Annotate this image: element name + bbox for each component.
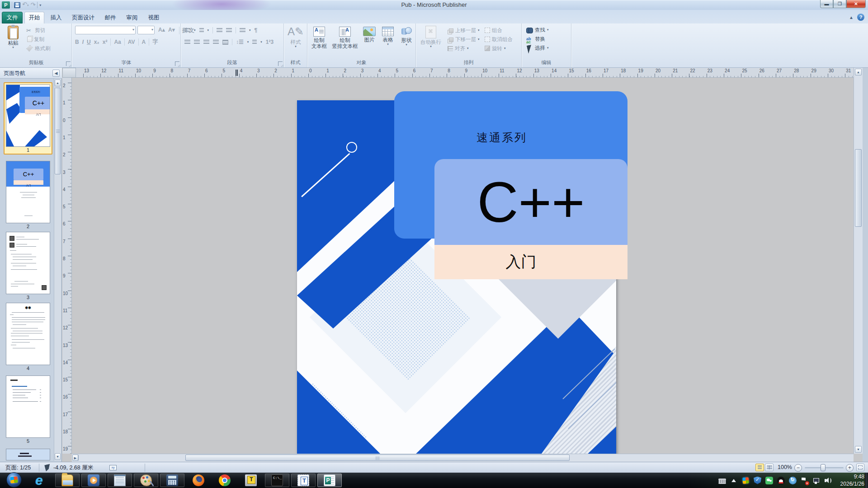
collapse-ribbon-icon[interactable]: ▲: [849, 15, 854, 20]
canvas-scroll-up-icon[interactable]: ▲: [855, 69, 862, 75]
taskbar-start-button[interactable]: [2, 474, 26, 487]
page-thumbnail-1[interactable]: 速通系列 C++ 入门 1: [4, 82, 52, 155]
ruler-origin-box[interactable]: [62, 68, 76, 78]
special-characters-icon[interactable]: ¶: [255, 27, 258, 33]
taskbar-wmp-icon[interactable]: [81, 474, 106, 487]
font-size-combo[interactable]: [137, 26, 155, 34]
character-spacing-icon[interactable]: AV: [128, 39, 135, 45]
grow-font-icon[interactable]: A▴: [158, 27, 165, 33]
close-button[interactable]: ✕: [846, 0, 866, 8]
tray-wechat-icon[interactable]: [765, 477, 773, 484]
help-icon[interactable]: ?: [857, 14, 864, 21]
page-thumbnail-5[interactable]: 5: [4, 374, 52, 445]
replace-button[interactable]: 替换: [526, 35, 545, 43]
tray-hidden-icon[interactable]: [730, 477, 738, 484]
tab-review[interactable]: 审阅: [122, 12, 142, 23]
superscript-icon[interactable]: x²: [103, 39, 108, 45]
horizontal-scrollbar[interactable]: ◀ ▶: [72, 454, 854, 462]
bring-forward-button[interactable]: 上移一层▾: [448, 26, 480, 34]
cover-title-text[interactable]: C++: [434, 159, 627, 245]
taskbar-firefox-icon[interactable]: [186, 474, 211, 487]
scroll-up-icon[interactable]: ▲: [55, 80, 61, 86]
restore-button[interactable]: ❐: [833, 0, 846, 8]
tray-shield-icon[interactable]: [754, 477, 761, 484]
clipboard-dialog-launcher[interactable]: [66, 61, 71, 66]
zoom-level[interactable]: 100%: [778, 464, 792, 470]
vertical-ruler[interactable]: 21012345678910111213141516171819: [62, 78, 72, 454]
tab-page-design[interactable]: 页面设计: [68, 12, 99, 23]
single-page-view-button[interactable]: [755, 464, 764, 471]
vertical-scrollbar[interactable]: ▲ ▼: [854, 68, 863, 454]
align-center-icon[interactable]: [194, 40, 200, 45]
ungroup-button[interactable]: 取消组合: [485, 35, 513, 43]
zoom-out-button[interactable]: −: [794, 464, 802, 472]
paste-button[interactable]: 粘贴 ▾: [3, 25, 24, 56]
tray-volume-icon[interactable]: [824, 477, 832, 484]
collapse-panel-icon[interactable]: ◀: [52, 70, 60, 77]
minimize-button[interactable]: ▬: [820, 0, 833, 8]
draw-text-box-button[interactable]: 绘制文本框: [308, 25, 330, 56]
taskbar-cmd-icon[interactable]: [265, 474, 289, 487]
italic-icon[interactable]: I: [82, 39, 84, 45]
find-button[interactable]: 查找▾: [526, 26, 549, 34]
cover-subtitle-text[interactable]: 入门: [425, 245, 618, 279]
page-indicator[interactable]: 页面: 1/25: [5, 464, 31, 472]
taskbar-chrome-icon[interactable]: [212, 474, 237, 487]
align-left-icon[interactable]: [184, 40, 190, 45]
tab-mailings[interactable]: 邮件: [100, 12, 120, 23]
rotate-button[interactable]: 旋转▾: [485, 44, 506, 52]
taskbar-paint-icon[interactable]: [134, 474, 158, 487]
tray-keyboard-icon[interactable]: [718, 479, 726, 484]
font-dialog-launcher[interactable]: [175, 61, 179, 66]
shading-icon[interactable]: [252, 40, 257, 45]
taskbar-ie-icon[interactable]: e: [29, 474, 53, 487]
numbering-icon[interactable]: [199, 28, 204, 33]
line-numbers-icon[interactable]: 1²3: [266, 39, 274, 45]
font-name-combo[interactable]: [75, 26, 136, 34]
line-spacing-icon[interactable]: ↕☰: [236, 39, 244, 45]
align-right-icon[interactable]: [203, 40, 209, 45]
document-canvas[interactable]: 速通系列 C++ 入门: [72, 78, 854, 454]
horizontal-scrollbar-thumb[interactable]: [185, 455, 570, 461]
taskbar-calc-icon[interactable]: [160, 474, 184, 487]
tab-file[interactable]: 文件: [2, 12, 23, 23]
justify-icon[interactable]: [213, 40, 219, 45]
tray-qq-icon[interactable]: [777, 477, 785, 484]
taskbar-notepad-icon[interactable]: [108, 474, 132, 487]
vertical-scrollbar-thumb[interactable]: [855, 149, 862, 227]
draw-vertical-text-box-button[interactable]: 绘制竖排文本框: [331, 25, 359, 56]
change-case-icon[interactable]: Aa: [114, 39, 121, 45]
taskbar-tyellow-icon[interactable]: [239, 474, 263, 487]
taskbar-publisher-icon[interactable]: [317, 474, 342, 487]
subscript-icon[interactable]: x₂: [94, 39, 99, 45]
tab-home[interactable]: 开始: [24, 12, 44, 23]
taskbar-clock[interactable]: 9:48 2026/1/26: [840, 473, 864, 488]
tab-insert[interactable]: 插入: [46, 12, 66, 23]
copy-button[interactable]: 复制: [26, 35, 44, 43]
send-backward-button[interactable]: 下移一层▾: [448, 35, 480, 43]
page-thumbnail-2[interactable]: C++ 入门 2: [4, 160, 52, 230]
fit-page-button[interactable]: [856, 464, 864, 471]
canvas-scroll-down-icon[interactable]: ▼: [855, 446, 862, 453]
page-thumbnail-4[interactable]: ✱✱ 4: [4, 301, 52, 372]
shrink-font-icon[interactable]: A▾: [168, 27, 175, 33]
tray-flag-icon[interactable]: [801, 477, 808, 484]
tray-winupd-icon[interactable]: [742, 477, 749, 484]
page-thumbnail-6[interactable]: [4, 447, 52, 460]
columns-icon[interactable]: [240, 28, 245, 33]
bullets-icon[interactable]: [184, 28, 190, 33]
page-thumbnail-3[interactable]: 3: [4, 230, 52, 301]
zoom-in-button[interactable]: +: [846, 464, 854, 472]
horizontal-ruler[interactable]: 1312111098765432101234567891011121314151…: [76, 68, 854, 78]
thumbnails-scrollbar-thumb[interactable]: [55, 88, 61, 174]
zoom-slider-handle[interactable]: [821, 464, 826, 471]
canvas-scroll-right-icon[interactable]: ▶: [72, 455, 78, 461]
tray-sync-icon[interactable]: [789, 477, 797, 484]
circle-character-icon[interactable]: 字: [152, 38, 158, 46]
tab-view[interactable]: 视图: [144, 12, 164, 23]
increase-indent-icon[interactable]: [226, 28, 232, 33]
show-desktop-button[interactable]: [865, 473, 868, 488]
series-text[interactable]: 速通系列: [385, 130, 618, 145]
distribute-icon[interactable]: [222, 40, 228, 45]
taskbar-explorer-icon[interactable]: [55, 474, 80, 487]
